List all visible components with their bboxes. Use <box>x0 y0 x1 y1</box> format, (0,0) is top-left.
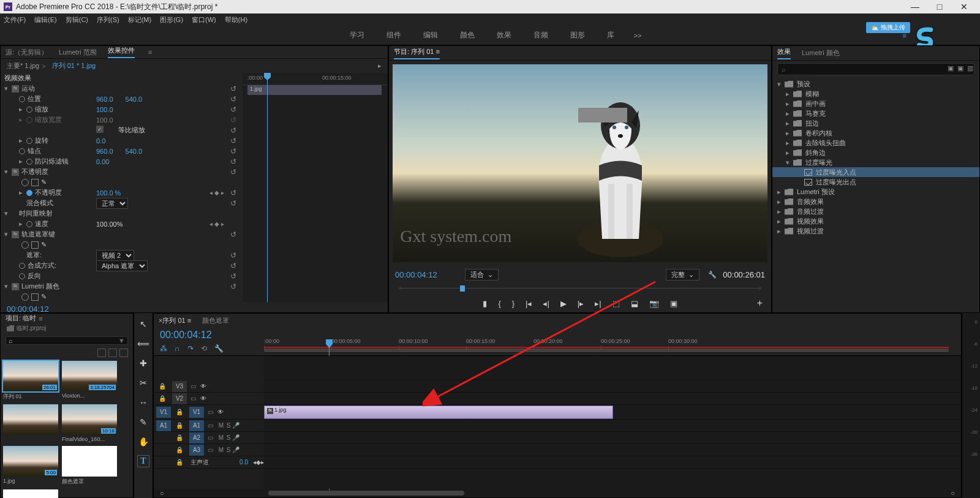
ec-speed-value[interactable]: 100.00% <box>96 221 123 228</box>
reset-icon[interactable]: ↺ <box>230 199 236 208</box>
tab-effects[interactable]: 效果 <box>777 47 791 59</box>
solo-icon[interactable]: S <box>225 447 232 453</box>
track-target-a2[interactable]: A2 <box>189 432 204 443</box>
reset-icon[interactable]: ↺ <box>230 168 236 176</box>
ec-anchor-y[interactable]: 540.0 <box>126 148 143 155</box>
tl-wrench-icon[interactable]: 🔧 <box>214 344 224 353</box>
settings-icon[interactable]: 🔧 <box>708 271 717 279</box>
out-point-icon[interactable]: } <box>512 299 514 308</box>
composite-select[interactable]: Alpha 遮罩 <box>96 260 148 271</box>
ws-library[interactable]: 库 <box>607 30 614 40</box>
keyframe-toggle-icon[interactable] <box>19 148 25 154</box>
mask-rect-icon[interactable] <box>31 241 39 249</box>
effects-tree-item[interactable]: ▸Lumetri 预设 <box>772 187 979 197</box>
maximize-button[interactable]: □ <box>927 2 952 12</box>
ec-lumetri-color[interactable]: Lumetri 颜色 <box>21 282 59 291</box>
voice-icon[interactable]: 🎤 <box>232 422 239 429</box>
marker-icon[interactable]: ↷ <box>187 344 194 353</box>
project-thumbnail[interactable]: 5:59 <box>3 489 58 498</box>
effects-tree-item[interactable]: ▸斜角边 <box>772 148 979 157</box>
keyframe-toggle-icon[interactable] <box>26 190 32 196</box>
keyframe-toggle-icon[interactable] <box>19 273 25 279</box>
tl-settings-icon[interactable]: ⟲ <box>201 344 207 353</box>
track-target-v1[interactable]: V1 <box>189 407 204 418</box>
upload-badge-button[interactable]: ⛅拖拽上传 <box>866 22 910 33</box>
step-back-icon[interactable]: ◂| <box>543 299 549 308</box>
fx-icon[interactable]: fx <box>12 85 19 92</box>
effects-tree-item[interactable]: ▸去除镜头扭曲 <box>772 138 979 148</box>
track-target-a1[interactable]: A1 <box>189 420 204 431</box>
source-patch-a1[interactable]: A1 <box>156 420 171 431</box>
effects-tree-item[interactable]: ▾预设 <box>772 79 979 89</box>
ec-timeremap[interactable]: 时间重映射 <box>19 209 53 218</box>
keyframe-toggle-icon[interactable] <box>26 107 32 113</box>
effects-search-input[interactable] <box>786 66 970 73</box>
project-search-input[interactable] <box>13 338 116 344</box>
output-toggle-icon[interactable]: ▭ <box>208 409 214 415</box>
menu-clip[interactable]: 剪辑(C) <box>66 15 88 25</box>
source-patch-v1[interactable]: V1 <box>156 407 171 418</box>
zoom-select[interactable]: 适合 ⌄ <box>465 269 499 281</box>
effect-controls-timeline[interactable]: :00:0000:00:15:00 1.jpg <box>243 73 388 302</box>
filter-type-icon[interactable] <box>119 349 128 357</box>
export-frame-icon[interactable]: 📷 <box>649 299 659 308</box>
tab-program[interactable]: 节目: 序列 01 ≡ <box>394 47 440 59</box>
effects-tree-item[interactable]: ▸视频效果 <box>772 216 979 226</box>
reset-icon[interactable]: ↺ <box>230 282 236 291</box>
project-item[interactable]: 3;18;25704Vioxton... <box>62 361 117 401</box>
mask-ellipse-icon[interactable] <box>21 179 29 186</box>
solo-icon[interactable]: S <box>225 434 232 441</box>
ws-effects[interactable]: 效果 <box>497 30 511 40</box>
project-thumbnail[interactable]: 5:00 <box>3 446 58 477</box>
menu-file[interactable]: 文件(F) <box>4 15 26 25</box>
solo-icon[interactable]: S <box>225 422 232 429</box>
reset-icon[interactable]: ↺ <box>230 147 236 156</box>
project-items[interactable]: 26:01序列 013;18;25704Vioxton...10:18Final… <box>1 358 133 498</box>
project-thumbnail[interactable]: 26:01 <box>3 361 58 391</box>
hand-tool-icon[interactable]: ✋ <box>137 436 149 448</box>
ec-trackmatte[interactable]: 轨道遮罩键 <box>21 230 55 239</box>
panel-menu-icon[interactable]: ≡ <box>148 48 152 56</box>
keyframe-toggle-icon[interactable] <box>19 96 25 102</box>
minimize-button[interactable]: — <box>903 2 927 12</box>
snap-icon[interactable]: ⁂ <box>160 344 167 353</box>
extract-icon[interactable]: ⬓ <box>631 299 638 308</box>
lock-icon[interactable]: 🔒 <box>159 395 165 402</box>
output-toggle-icon[interactable]: ▭ <box>190 395 197 402</box>
eye-icon[interactable]: 👁 <box>200 383 206 390</box>
voice-icon[interactable]: 🎤 <box>232 434 239 441</box>
keyframe-nav[interactable]: ◂ ◆ ▸ <box>209 221 224 227</box>
ws-graphics[interactable]: 图形 <box>570 30 585 40</box>
ec-position-x[interactable]: 960.0 <box>96 96 113 103</box>
fx-icon[interactable]: fx <box>12 168 19 176</box>
mask-ellipse-icon[interactable] <box>21 293 29 301</box>
ec-antiflicker-value[interactable]: 0.00 <box>96 158 109 165</box>
ec-motion[interactable]: 运动 <box>21 84 35 93</box>
timeline-zoom-scrollbar[interactable]: ○○ <box>154 489 961 497</box>
tab-lumetri-color[interactable]: Lumetri 颜色 <box>802 48 840 58</box>
reset-icon[interactable]: ↺ <box>230 126 236 135</box>
track-select-tool-icon[interactable]: ⟸ <box>137 338 149 350</box>
track-target-v2[interactable]: V2 <box>172 393 187 404</box>
program-timecode[interactable]: 00:00:04:12 <box>395 270 462 279</box>
effects-tree-item[interactable]: 过度曝光入点 <box>772 167 979 177</box>
project-item[interactable]: 颜色遮罩 <box>62 446 117 486</box>
reset-icon[interactable]: ↺ <box>230 272 236 281</box>
menu-marker[interactable]: 标记(M) <box>128 15 152 25</box>
ripple-edit-tool-icon[interactable]: ✚ <box>137 357 149 369</box>
effect-badge-icon[interactable]: ▥ <box>967 64 973 72</box>
reset-icon[interactable]: ↺ <box>230 157 236 166</box>
ec-anchor-x[interactable]: 960.0 <box>96 148 113 155</box>
reset-icon[interactable]: ↺ <box>230 85 236 93</box>
mask-rect-icon[interactable] <box>31 179 39 186</box>
blend-mode-select[interactable]: 正常 <box>96 198 128 209</box>
lock-icon[interactable]: 🔒 <box>176 434 182 441</box>
effects-tree-item[interactable]: ▸马赛克 <box>772 108 979 118</box>
ec-master-clip[interactable]: 主要* 1.jpg <box>7 61 39 70</box>
mask-pen-icon[interactable]: ✎ <box>41 178 47 186</box>
linked-selection-icon[interactable]: ∩ <box>175 344 180 353</box>
effects-tree-item[interactable]: ▸卷积内核 <box>772 128 979 138</box>
effects-tree-item[interactable]: ▸音频过渡 <box>772 206 979 216</box>
fx-icon[interactable]: fx <box>12 231 19 238</box>
pen-tool-icon[interactable]: ✎ <box>137 416 149 428</box>
